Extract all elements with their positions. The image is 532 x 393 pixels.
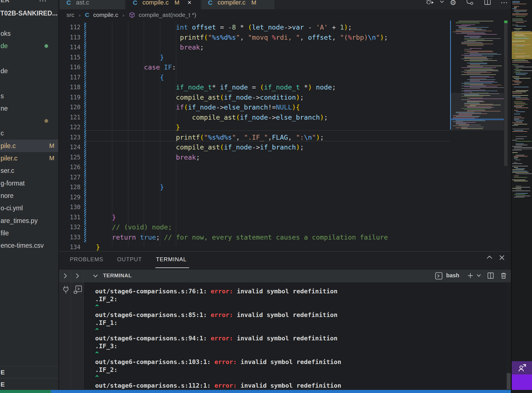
code-line-116[interactable]: 116 case IF: — [59, 62, 512, 73]
explorer-item-ne[interactable]: ne — [0, 102, 58, 115]
explorer-item-de[interactable]: de — [0, 65, 58, 77]
git-modified-badge: M — [49, 140, 54, 152]
status-bar[interactable] — [51, 390, 511, 393]
plug-icon[interactable] — [62, 285, 70, 294]
tab-ast.c[interactable]: C ast.c — [60, 0, 125, 9]
code-line-124[interactable]: 124 compile_ast(if_node->if_branch); — [59, 142, 512, 153]
code-text: printf("%s%d%s", "movq %rdi, ", offset, … — [96, 33, 388, 43]
line-number: 123 — [59, 133, 81, 143]
code-line-122[interactable]: 122 } — [59, 122, 512, 133]
explorer-item-pile.c[interactable]: pile.cM — [0, 140, 58, 152]
maximize-panel-icon[interactable] — [486, 254, 493, 261]
code-line-130[interactable]: 130 — [59, 202, 512, 213]
minimap-slider[interactable] — [450, 93, 504, 130]
code-line-120[interactable]: 120 if(if_node->else_branch!=NULL){ — [59, 102, 512, 113]
terminal-output[interactable]: out/stage6-comparisons.s:76:1: error: in… — [84, 282, 507, 389]
code-line-121[interactable]: 121 compile_ast(if_node->else_branch); — [59, 113, 512, 123]
line-number: 115 — [59, 53, 81, 63]
code-text: } — [96, 182, 164, 193]
chevron-right-icon[interactable] — [75, 273, 80, 279]
breadcrumb: src › C compile.c › compile_ast(node_t *… — [59, 9, 450, 21]
chevron-down-icon[interactable] — [476, 273, 481, 278]
explorer-item-are_times.py[interactable]: are_times.py — [0, 215, 58, 227]
explorer-item-de[interactable]: de — [0, 40, 58, 52]
explorer-item[interactable] — [0, 115, 58, 127]
remote-status-segment[interactable] — [0, 390, 51, 393]
explorer-item-piler.c[interactable]: piler.cM — [0, 152, 58, 164]
code-text: } — [96, 53, 164, 63]
explorer-item-oks[interactable]: oks — [0, 27, 58, 40]
terminal-line: out/stage6-comparisons.s:94:1: error: in… — [95, 335, 337, 342]
tab-problems[interactable]: PROBLEMS — [70, 256, 103, 263]
code-text: { — [96, 73, 164, 83]
code-line-134[interactable]: 134} — [59, 242, 512, 251]
explorer-item-s[interactable]: s — [0, 90, 58, 102]
code-editor[interactable]: 112 int offset = -8 * (let_node->var - '… — [59, 21, 512, 251]
code-line-113[interactable]: 113 printf("%s%d%s", "movq %rdi, ", offs… — [59, 33, 512, 43]
chevron-down-icon[interactable] — [92, 273, 99, 279]
code-line-119[interactable]: 119 compile_ast(if_node->condition); — [59, 93, 512, 103]
code-line-129[interactable]: 129 — [59, 193, 512, 203]
line-number: 125 — [59, 153, 81, 163]
code-line-132[interactable]: 132 // (void) node; — [59, 222, 512, 233]
breadcrumb-src[interactable]: src — [59, 12, 74, 18]
code-line-125[interactable]: 125 break; — [59, 153, 512, 163]
code-line-114[interactable]: 114 break; — [59, 43, 512, 53]
explorer-item[interactable] — [0, 77, 58, 90]
split-terminal-icon[interactable] — [487, 272, 494, 279]
code-line-117[interactable]: 117 { — [59, 73, 512, 83]
explorer-item-o-ci.yml[interactable]: o-ci.yml — [0, 202, 58, 214]
editor-scrollbar[interactable] — [504, 21, 508, 166]
debug-terminal-icon[interactable] — [73, 285, 82, 294]
explorer-sidebar: ER ⋯ T02B-SANKIRED... oksdedesnecpile.cM… — [0, 0, 58, 393]
new-terminal-icon[interactable] — [467, 272, 474, 279]
tab-terminal[interactable]: TERMINAL — [156, 256, 187, 263]
explorer-item-nore[interactable]: nore — [0, 189, 58, 202]
code-line-131[interactable]: 131 } — [59, 213, 512, 223]
terminal-section-label[interactable]: TERMINAL — [103, 273, 132, 279]
line-number: 119 — [59, 93, 81, 103]
chevron-down-icon[interactable] — [440, 0, 444, 3]
minimap[interactable] — [450, 21, 504, 251]
split-editor-icon[interactable] — [484, 0, 491, 5]
explorer-item[interactable] — [0, 52, 58, 65]
shell-name[interactable]: bash — [446, 272, 459, 279]
breadcrumb-file[interactable]: compile.c — [93, 12, 118, 18]
kill-terminal-trash-icon[interactable] — [500, 272, 507, 279]
close-panel-icon[interactable] — [498, 254, 506, 261]
code-line-127[interactable]: 127 — [59, 173, 512, 183]
workspace-section-header[interactable]: T02B-SANKIRED... — [0, 10, 57, 17]
sidebar-section-outline[interactable]: E — [0, 366, 58, 378]
explorer-more-actions-icon[interactable]: ⋯ — [39, 0, 47, 5]
terminal-scrollbar[interactable] — [507, 373, 511, 389]
goto-symbol-icon[interactable] — [466, 0, 474, 5]
explorer-item-g-format[interactable]: g-format — [0, 177, 58, 189]
code-line-112[interactable]: 112 int offset = -8 * (let_node->var - '… — [59, 23, 512, 33]
run-debug-icon[interactable] — [426, 0, 434, 5]
line-number: 116 — [59, 62, 81, 73]
more-actions-icon[interactable]: ⋯ — [500, 0, 508, 7]
tab-output[interactable]: OUTPUT — [117, 256, 142, 263]
code-line-133[interactable]: 133 return true; // for now, every state… — [59, 233, 512, 243]
close-tab-icon[interactable]: × — [187, 0, 191, 6]
explorer-item-file[interactable]: file — [0, 227, 58, 239]
code-line-115[interactable]: 115 } — [59, 53, 512, 63]
modified-badge: M — [251, 0, 256, 6]
gear-icon[interactable]: ⚙ — [450, 0, 456, 7]
sidebar-section-timeline[interactable]: E — [0, 378, 58, 390]
explorer-item-c[interactable]: c — [0, 127, 58, 139]
file-label — [0, 55, 1, 62]
code-line-128[interactable]: 128 } — [59, 182, 512, 193]
explorer-item-ser.c[interactable]: ser.c — [0, 164, 58, 177]
code-line-126[interactable]: 126 — [59, 162, 512, 173]
code-line-123[interactable]: 123 printf("%s%d%s", ".IF_",FLAG, ":\n")… — [59, 133, 512, 143]
tab-compile.c[interactable]: C compile.c M × — [126, 0, 200, 9]
code-text: if_node_t* if_node = (if_node_t *) node; — [96, 82, 336, 93]
terminal-toolbar: TERMINAL bash — [59, 270, 512, 282]
tab-compiler.c[interactable]: C compiler.c M — [201, 0, 274, 9]
breadcrumb-symbol[interactable]: compile_ast(node_t *) — [139, 12, 196, 18]
explorer-item-ence-times.csv[interactable]: ence-times.csv — [0, 239, 58, 252]
code-line-118[interactable]: 118 if_node_t* if_node = (if_node_t *) n… — [59, 82, 512, 93]
c-file-icon: C — [133, 0, 137, 6]
chevron-right-icon[interactable] — [62, 273, 68, 279]
